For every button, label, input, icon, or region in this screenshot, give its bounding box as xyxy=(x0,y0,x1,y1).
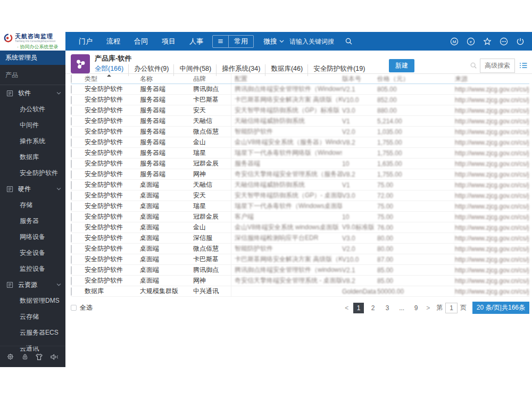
row-checkbox[interactable] xyxy=(71,117,72,126)
advanced-search-button[interactable]: 高级搜索 xyxy=(480,59,515,73)
speaker-volume-icon[interactable] xyxy=(50,353,59,361)
sidebar-item-middleware[interactable]: 中间件 xyxy=(0,117,65,133)
list-view-icon[interactable] xyxy=(519,62,528,69)
row-checkbox[interactable] xyxy=(71,149,72,157)
row-checkbox[interactable] xyxy=(71,223,72,232)
product-library-icon xyxy=(71,54,90,73)
sidebar-item-server[interactable]: 服务器 xyxy=(0,213,65,229)
cell-version-blurred: V8.2 xyxy=(342,277,377,285)
row-checkbox[interactable] xyxy=(71,266,72,275)
nav-item-common[interactable]: 常用 xyxy=(229,36,253,47)
row-checkbox[interactable] xyxy=(71,128,72,136)
table-search-input[interactable] xyxy=(419,60,470,72)
row-checkbox[interactable] xyxy=(71,277,72,285)
nav-item-process[interactable]: 流程 xyxy=(99,37,127,46)
cell-name: 桌面端 xyxy=(140,244,193,253)
favorite-star-icon[interactable] xyxy=(483,37,492,46)
sidebar-item-os[interactable]: 操作系统 xyxy=(0,133,65,149)
nav-item-hr[interactable]: 人事 xyxy=(182,37,210,46)
wesearch-dropdown[interactable]: 微搜 xyxy=(263,37,284,46)
sidebar-group-hardware[interactable]: 硬件 xyxy=(0,181,65,197)
cloud-group-icon xyxy=(6,281,13,288)
logo-subtitle: Tianhang Info Consulting&Supervision xyxy=(15,39,55,42)
cell-source-blurred: http://www.zjcg.gov.cn/cs/jcg/ xyxy=(455,288,529,295)
column-header-source-blurred[interactable]: 来源 xyxy=(455,74,529,84)
logo-title: 天航咨询监理 xyxy=(15,34,60,39)
search-icon[interactable] xyxy=(470,62,477,69)
next-page-button[interactable]: > xyxy=(425,304,431,312)
chevron-down-icon xyxy=(56,92,61,95)
theme-shirt-icon[interactable] xyxy=(35,353,43,361)
column-header-version-blurred[interactable]: 版本号 xyxy=(342,74,377,84)
sidebar-item-office-software[interactable]: 办公软件 xyxy=(0,101,65,117)
row-checkbox[interactable] xyxy=(71,170,72,179)
column-header-price-blurred[interactable]: 价格（元） xyxy=(377,74,455,84)
power-logout-icon[interactable] xyxy=(516,37,525,46)
row-checkbox[interactable] xyxy=(71,234,72,243)
sidebar-item-security-device[interactable]: 安全设备 xyxy=(0,245,65,261)
cell-price-blurred: 880.00 xyxy=(377,105,455,115)
row-checkbox[interactable] xyxy=(71,213,72,221)
cell-type: 安全防护软件 xyxy=(85,106,140,115)
page-button-3[interactable]: 3 xyxy=(382,303,393,313)
row-checkbox[interactable] xyxy=(71,202,72,211)
row-checkbox[interactable] xyxy=(71,192,72,200)
tab-middleware[interactable]: 中间件(58) xyxy=(173,64,211,76)
sidebar-item-security-software[interactable]: 安全防护软件 xyxy=(0,165,65,181)
tab-all[interactable]: 全部(166) xyxy=(95,64,123,76)
row-checkbox[interactable] xyxy=(71,287,72,296)
cell-price-blurred: 852.00 xyxy=(377,95,455,105)
column-header-desc-blurred[interactable]: 配置 xyxy=(231,74,342,84)
sidebar-item-network-device[interactable]: 网络设备 xyxy=(0,229,65,245)
page-jump-input[interactable]: 1 xyxy=(445,303,458,313)
cell-brand: 深信服 xyxy=(193,233,231,243)
settings-gear-icon[interactable] xyxy=(6,353,14,361)
more-options-icon[interactable] xyxy=(500,37,508,46)
page-button-1[interactable]: 1 xyxy=(353,303,364,313)
row-checkbox[interactable] xyxy=(71,85,72,94)
sidebar-item-database[interactable]: 数据库 xyxy=(0,149,65,165)
cell-source-blurred: http://www.zjcg.gov.cn/cs/jcg/ xyxy=(455,171,529,178)
table-body: 安全防护软件 服务器端 腾讯御点 腾讯御点终端安全管理软件（Windows版） … xyxy=(71,84,529,297)
menu-icon[interactable] xyxy=(213,36,229,47)
select-all[interactable]: 全选 xyxy=(71,303,93,312)
row-checkbox[interactable] xyxy=(71,255,72,264)
message-m-icon[interactable]: M xyxy=(450,37,459,46)
page-button-2[interactable]: 2 xyxy=(368,303,378,313)
table-row: 安全防护软件 桌面端 微点佰慧 智能防护软件 V2.0 80.00 http:/… xyxy=(71,244,529,254)
nav-item-portal[interactable]: 门户 xyxy=(72,37,99,46)
row-checkbox[interactable] xyxy=(71,106,72,115)
sidebar-item-cloud-storage[interactable]: 云存储 xyxy=(0,309,65,325)
sidebar-section-product: 产品 xyxy=(0,65,65,85)
select-all-header-checkbox[interactable] xyxy=(71,74,72,83)
sidebar-item-storage[interactable]: 存储 xyxy=(0,197,65,213)
global-search-input[interactable] xyxy=(289,38,345,45)
sidebar-item-ecs[interactable]: 云服务器ECS xyxy=(0,325,65,340)
enterprise-e-icon[interactable]: e xyxy=(467,37,475,46)
page-button-9[interactable]: 9 xyxy=(411,303,421,313)
prev-page-button[interactable]: < xyxy=(344,304,350,312)
cell-name: 桌面端 xyxy=(140,265,193,275)
software-group-icon xyxy=(6,90,13,97)
row-checkbox[interactable] xyxy=(71,245,72,253)
cell-version-blurred: V8.2 xyxy=(342,139,377,146)
sidebar-group-cloud[interactable]: 云资源 xyxy=(0,277,65,293)
row-checkbox[interactable] xyxy=(71,160,72,168)
sidebar-item-monitor-device[interactable]: 监控设备 xyxy=(0,261,65,277)
search-icon[interactable] xyxy=(345,37,353,45)
cell-version-blurred: V2.0 xyxy=(342,128,377,136)
sidebar-group-software[interactable]: 软件 xyxy=(0,85,65,101)
nav-item-contract[interactable]: 合同 xyxy=(127,37,155,46)
nav-item-project[interactable]: 项目 xyxy=(155,37,182,46)
page-size-summary[interactable]: 20 条/页|共166条 xyxy=(472,302,529,314)
select-all-checkbox[interactable] xyxy=(71,305,77,311)
sidebar-item-dms[interactable]: 数据管理DMS xyxy=(0,293,65,309)
cell-version-blurred: V3.0 xyxy=(342,235,377,242)
row-checkbox[interactable] xyxy=(71,96,72,104)
cell-version-blurred: GoldenData s... xyxy=(342,288,377,295)
row-checkbox[interactable] xyxy=(71,181,72,189)
lock-icon[interactable] xyxy=(21,353,29,361)
new-button[interactable]: 新建 xyxy=(389,59,414,72)
tab-office-software[interactable]: 办公软件(9) xyxy=(128,64,169,76)
row-checkbox[interactable] xyxy=(71,138,72,147)
